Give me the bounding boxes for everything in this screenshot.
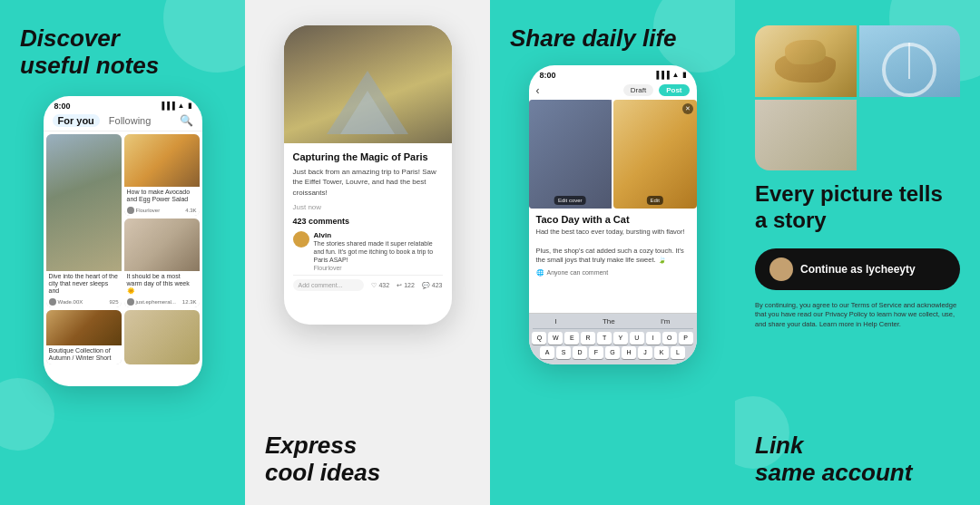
phone-tabs-1: For you Following 🔍	[44, 112, 202, 131]
close-icon[interactable]: ✕	[682, 103, 693, 114]
key-h[interactable]: H	[622, 346, 636, 359]
status-icons-1: ▐▐▐ ▲ ▮	[160, 102, 191, 110]
key-e[interactable]: E	[564, 332, 579, 345]
share-wifi-icon: ▲	[672, 71, 680, 79]
share-photo-2: ✕ Edit	[613, 100, 697, 209]
likes-count: 432	[378, 282, 389, 288]
share-status-time: 8:00	[540, 71, 556, 80]
key-d[interactable]: D	[573, 346, 587, 359]
link-title: Link same account	[755, 432, 960, 487]
message-icon: ↩	[397, 282, 402, 289]
discover-title: Discover useful notes	[20, 25, 225, 80]
key-t[interactable]: T	[597, 332, 612, 345]
panel-link: Every picture tells a story Continue as …	[735, 0, 980, 505]
tab-following[interactable]: Following	[109, 115, 151, 126]
add-comment-field[interactable]: Add comment...	[293, 279, 365, 291]
key-r[interactable]: R	[581, 332, 595, 345]
key-p[interactable]: P	[679, 332, 693, 345]
key-f[interactable]: F	[589, 346, 603, 359]
decor-blob-2	[0, 378, 54, 451]
heart-icon: ♡	[371, 282, 377, 289]
share-status-icons: ▐▐▐ ▲ ▮	[654, 71, 686, 79]
share-title: Share daily life	[510, 25, 715, 53]
comments-action[interactable]: 💬 423	[422, 282, 443, 289]
key-l[interactable]: L	[671, 346, 685, 359]
continue-button[interactable]: Continue as lycheeyty	[755, 248, 960, 290]
key-o[interactable]: O	[662, 332, 677, 345]
key-a[interactable]: A	[540, 346, 554, 359]
key-k[interactable]: K	[654, 346, 669, 359]
terms-text: By continuing, you agree to our Terms of…	[755, 301, 960, 330]
key-q[interactable]: Q	[532, 332, 546, 345]
key-g[interactable]: G	[605, 346, 620, 359]
share-battery-icon: ▮	[682, 71, 686, 79]
share-status-bar: 8:00 ▐▐▐ ▲ ▮	[529, 65, 697, 82]
every-picture-title: Every picture tells a story	[755, 181, 960, 234]
globe-icon: 🌐	[536, 269, 544, 277]
food-avatar	[127, 207, 134, 214]
anyone-comment: 🌐 Anyone can comment	[536, 269, 690, 277]
edit-cover-badge[interactable]: Edit cover	[554, 196, 586, 205]
grid-item-extra	[124, 310, 200, 364]
keyboard-suggestions: I The I'm	[533, 317, 693, 329]
comment-icon: 💬	[422, 282, 430, 289]
key-y[interactable]: Y	[613, 332, 628, 345]
tab-for-you[interactable]: For you	[53, 114, 100, 127]
room-avatar	[127, 298, 134, 306]
key-s[interactable]: S	[556, 346, 571, 359]
key-j[interactable]: J	[638, 346, 652, 359]
back-arrow-icon[interactable]: ‹	[536, 84, 540, 97]
status-time-1: 8:00	[54, 102, 71, 111]
likes-action[interactable]: ♡ 432	[371, 282, 389, 289]
comments-count: 423 comments	[293, 217, 443, 226]
keyboard-row-1: Q W E R T Y U I O P	[533, 332, 693, 345]
phone-mockup-2: Capturing the Magic of Paris Just back f…	[284, 25, 452, 325]
key-u[interactable]: U	[630, 332, 644, 345]
comment-user2: Flourlover	[314, 265, 443, 271]
comments-count-2: 423	[432, 282, 443, 288]
collage-extra	[755, 100, 857, 171]
suggest-2[interactable]: The	[603, 317, 615, 325]
suggest-3[interactable]: I'm	[661, 317, 670, 325]
search-icon[interactable]: 🔍	[180, 114, 193, 127]
express-title: Express cool ideas	[265, 432, 470, 487]
grid-item-room: It should be a most warm day of this wee…	[124, 219, 200, 307]
post-button[interactable]: Post	[659, 84, 689, 96]
commenter-name: Alvin	[314, 231, 443, 239]
edit-badge[interactable]: Edit	[647, 196, 663, 205]
continue-label: Continue as lycheeyty	[800, 263, 916, 276]
panel-share: Share daily life 8:00 ▐▐▐ ▲ ▮ ‹ Draft Po…	[490, 0, 735, 505]
room-user: just.ephemeral...	[136, 299, 176, 305]
food-meta: Flourlover 4.3K	[124, 206, 200, 216]
keyboard-area: I The I'm Q W E R T Y U I O P A	[529, 313, 697, 364]
grid-item-boots: Boutique Collection of Autumn / Winter S…	[46, 310, 122, 364]
key-w[interactable]: W	[548, 332, 563, 345]
street-caption: Dive into the heart of the city that nev…	[46, 271, 122, 297]
room-meta: just.ephemeral... 12.3K	[124, 297, 200, 307]
post-title: Taco Day with a Cat	[536, 214, 690, 225]
replies-action[interactable]: ↩ 122	[397, 282, 415, 289]
wifi-icon: ▲	[178, 102, 185, 110]
article-content: Capturing the Magic of Paris Just back f…	[284, 143, 452, 298]
phone-mockup-1: 8:00 ▐▐▐ ▲ ▮ For you Following 🔍 Dive in…	[44, 96, 202, 386]
collage-dog	[755, 25, 857, 97]
panel-express: Capturing the Magic of Paris Just back f…	[245, 0, 490, 505]
article-time: Just now	[293, 203, 443, 211]
comment-block: Alvin The stories shared made it super r…	[314, 231, 443, 271]
anyone-comment-text: Anyone can comment	[547, 269, 609, 276]
post-body: Had the best taco ever today, bursting w…	[536, 228, 690, 266]
street-meta: Wade.00X 925	[46, 297, 122, 307]
room-caption: It should be a most warm day of this wee…	[124, 271, 200, 297]
key-i[interactable]: I	[646, 332, 661, 345]
replies-count: 122	[404, 282, 415, 288]
grid-item-food: How to make Avocado and Egg Power Salad …	[124, 134, 200, 216]
panel-4-content: Every picture tells a story Continue as …	[755, 25, 960, 487]
draft-post-bar: ‹ Draft Post	[529, 82, 697, 100]
commenter-avatar	[293, 231, 309, 248]
grid-item-street: Dive into the heart of the city that nev…	[46, 134, 122, 307]
phone-mockup-3: 8:00 ▐▐▐ ▲ ▮ ‹ Draft Post Edit cover	[529, 65, 697, 364]
photo-upload-grid: Edit cover ✕ Edit	[529, 100, 697, 209]
comment-body: The stories shared made it super relatab…	[314, 239, 443, 264]
draft-button[interactable]: Draft	[623, 84, 653, 96]
suggest-1[interactable]: I	[555, 317, 557, 325]
